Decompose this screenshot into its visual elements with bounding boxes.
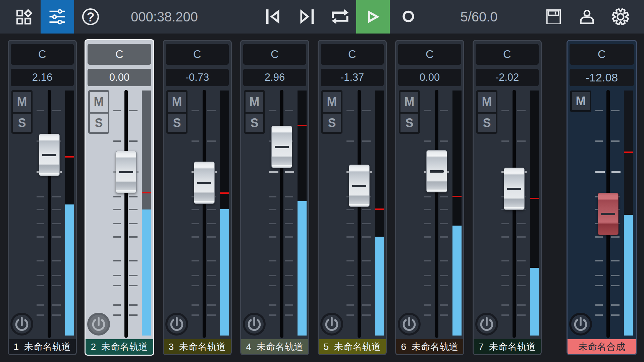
svg-text:?: ? [87,10,94,24]
